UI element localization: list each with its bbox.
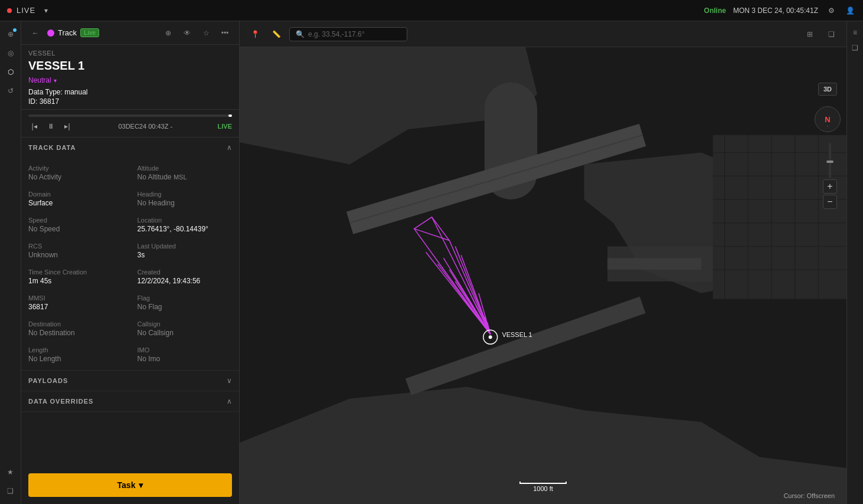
vessel-name: VESSEL 1 bbox=[28, 59, 232, 73]
svg-text:VESSEL 1: VESSEL 1 bbox=[502, 331, 532, 338]
back-button[interactable]: ← bbox=[28, 26, 43, 40]
map-search-placeholder[interactable]: e.g. 33.54,-117.6° bbox=[308, 30, 365, 38]
mmsi-label: MMSI bbox=[28, 294, 123, 302]
compass-s-label: · bbox=[827, 123, 829, 129]
zoom-controls: + − bbox=[823, 143, 837, 209]
map-compass[interactable]: N · bbox=[815, 106, 841, 132]
destination-label: Destination bbox=[28, 320, 123, 328]
data-cell-last-updated: Last Updated 3s bbox=[130, 238, 240, 264]
flag-value: No Flag bbox=[138, 303, 233, 311]
data-cell-location: Location 25.76413°, -80.14439° bbox=[130, 212, 240, 238]
map-search-box[interactable]: 🔍 e.g. 33.54,-117.6° bbox=[289, 27, 407, 41]
zoom-out-button[interactable]: − bbox=[823, 195, 837, 209]
map-ruler-icon[interactable]: 📏 bbox=[268, 26, 285, 42]
speed-label: Speed bbox=[28, 217, 123, 224]
timeline-datetime: 03DEC24 00:43Z - bbox=[78, 123, 213, 130]
payloads-header[interactable]: PAYLOADS ∨ bbox=[21, 371, 239, 391]
main-layout: ⊕ ◎ ⬡ ↺ ★ ❑ ← Track Live ⊕ 👁 ☆ ••• Vesse… bbox=[0, 21, 863, 504]
track-pill: Track Live bbox=[47, 28, 99, 37]
data-cell-created: Created 12/2/2024, 19:43:56 bbox=[130, 264, 240, 290]
data-cell-rcs: RCS Unknown bbox=[21, 238, 130, 264]
map-panels-icon[interactable]: ❑ bbox=[823, 26, 839, 42]
track-name-label: Track bbox=[58, 28, 77, 37]
time-since-label: Time Since Creation bbox=[28, 269, 123, 276]
timeline-bar bbox=[28, 114, 232, 117]
right-panel-toggle-icon[interactable]: ≡ bbox=[849, 26, 862, 39]
heading-label: Heading bbox=[138, 191, 233, 198]
data-cell-speed: Speed No Speed bbox=[21, 212, 130, 238]
map-3d-button[interactable]: 3D bbox=[818, 83, 837, 96]
altitude-value: No Altitude MSL bbox=[138, 173, 233, 181]
track-data-section: TRACK DATA ∧ Activity No Activity Altitu… bbox=[21, 138, 239, 371]
nav-icon-objects[interactable]: ⬡ bbox=[2, 64, 19, 80]
nav-icon-globe[interactable]: ◎ bbox=[2, 45, 19, 61]
live-label: LIVE bbox=[17, 6, 35, 15]
map-area: 📍 📏 🔍 e.g. 33.54,-117.6° ⊞ ❑ bbox=[240, 21, 846, 504]
task-button[interactable]: Task ▾ bbox=[28, 473, 232, 497]
location-label: Location bbox=[138, 217, 233, 224]
data-overrides-header[interactable]: DATA OVERRIDES ∧ bbox=[21, 391, 239, 411]
zoom-in-button[interactable]: + bbox=[823, 179, 837, 194]
live-badge: Live bbox=[80, 28, 99, 37]
right-toggle-panel: ≡ ❑ bbox=[846, 21, 863, 504]
right-panel-layers-icon[interactable]: ❑ bbox=[849, 41, 862, 54]
panel-tabs: ← Track Live ⊕ 👁 ☆ ••• bbox=[21, 21, 239, 45]
nav-icon-notifications[interactable]: ⊕ bbox=[2, 26, 19, 42]
timeline-pause-btn[interactable]: ⏸ bbox=[45, 120, 57, 132]
payloads-section: PAYLOADS ∨ bbox=[21, 371, 239, 391]
more-icon[interactable]: ••• bbox=[218, 26, 232, 40]
classification-dropdown-icon[interactable]: ▾ bbox=[54, 77, 57, 84]
speed-value: No Speed bbox=[28, 225, 123, 233]
imo-value: No Imo bbox=[138, 355, 233, 363]
user-icon[interactable]: 👤 bbox=[844, 5, 856, 17]
destination-value: No Destination bbox=[28, 329, 123, 337]
zoom-thumb bbox=[826, 161, 833, 163]
scale-bar: 1000 ft bbox=[519, 482, 567, 492]
track-data-title: TRACK DATA bbox=[28, 144, 76, 151]
id-label: ID: bbox=[28, 97, 37, 106]
imo-label: IMO bbox=[138, 346, 233, 354]
data-cell-imo: IMO No Imo bbox=[130, 342, 240, 368]
crosshair-icon[interactable]: ⊕ bbox=[161, 26, 175, 40]
topbar-dropdown-icon[interactable]: ▾ bbox=[40, 5, 52, 17]
star-icon[interactable]: ☆ bbox=[199, 26, 213, 40]
settings-icon[interactable]: ⚙ bbox=[825, 5, 837, 17]
panel-content: TRACK DATA ∧ Activity No Activity Altitu… bbox=[21, 138, 239, 469]
vessel-label: Vessel bbox=[28, 50, 232, 57]
task-button-label: Task bbox=[117, 480, 136, 490]
rcs-value: Unknown bbox=[28, 251, 123, 259]
location-value: 25.76413°, -80.14439° bbox=[138, 225, 233, 233]
timeline-start-btn[interactable]: |◂ bbox=[28, 120, 40, 132]
map-canvas[interactable]: VESSEL 1 3D N · + − 1000 ft bbox=[240, 47, 846, 504]
nav-icon-favorites[interactable]: ★ bbox=[2, 464, 19, 480]
rcs-label: RCS bbox=[28, 243, 123, 250]
timeline-progress bbox=[228, 114, 232, 117]
data-cell-domain: Domain Surface bbox=[21, 186, 130, 212]
track-data-grid: Activity No Activity Altitude No Altitud… bbox=[21, 158, 239, 370]
svg-rect-21 bbox=[607, 258, 701, 270]
track-data-header[interactable]: TRACK DATA ∧ bbox=[21, 138, 239, 158]
id-value: 36817 bbox=[40, 97, 59, 106]
mmsi-value: 36817 bbox=[28, 303, 123, 311]
track-data-chevron: ∧ bbox=[227, 143, 232, 152]
domain-value: Surface bbox=[28, 199, 123, 207]
timeline-end-btn[interactable]: ▸| bbox=[61, 120, 73, 132]
map-toolbar-right: ⊞ ❑ bbox=[802, 26, 839, 42]
data-cell-mmsi: MMSI 36817 bbox=[21, 290, 130, 316]
nav-icon-layers[interactable]: ❑ bbox=[2, 483, 19, 499]
last-updated-value: 3s bbox=[138, 251, 233, 259]
id-line: ID: 36817 bbox=[28, 97, 232, 106]
classification-text[interactable]: Neutral bbox=[28, 76, 51, 84]
live-dot bbox=[7, 8, 12, 13]
domain-label: Domain bbox=[28, 191, 123, 198]
payloads-title: PAYLOADS bbox=[28, 377, 68, 384]
last-updated-label: Last Updated bbox=[138, 243, 233, 250]
callsign-label: Callsign bbox=[138, 320, 233, 328]
map-location-icon[interactable]: 📍 bbox=[247, 26, 263, 42]
activity-label: Activity bbox=[28, 165, 123, 172]
eye-icon[interactable]: 👁 bbox=[180, 26, 194, 40]
nav-icon-history[interactable]: ↺ bbox=[2, 83, 19, 99]
topbar-datetime: MON 3 DEC 24, 00:45:41Z bbox=[733, 6, 818, 15]
created-label: Created bbox=[138, 269, 233, 276]
map-layers-icon[interactable]: ⊞ bbox=[802, 26, 818, 42]
